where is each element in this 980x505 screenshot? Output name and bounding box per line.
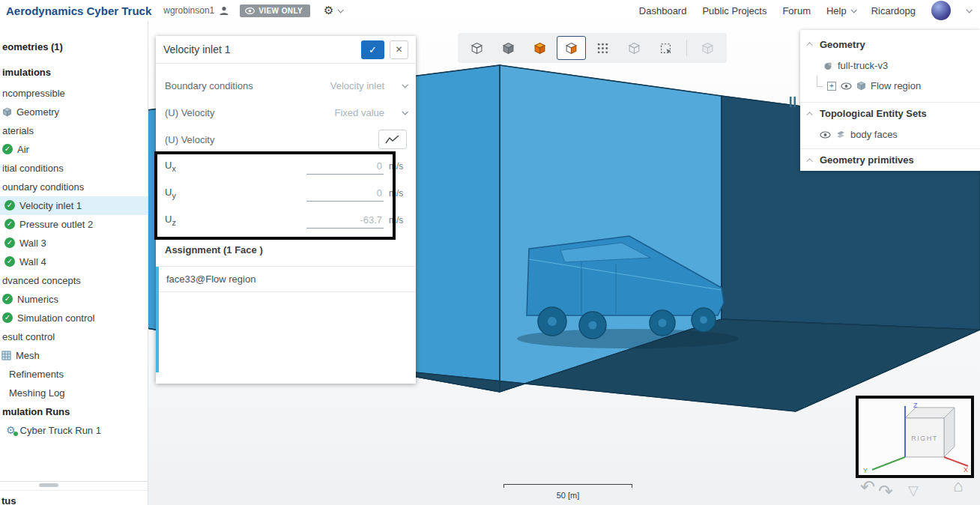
sidebar-item-simulation-runs[interactable]: mulation Runs: [0, 402, 148, 421]
surfaces-cube-icon[interactable]: [525, 36, 554, 60]
account-name[interactable]: Ricardopg: [871, 5, 916, 16]
sidebar-item-numerics[interactable]: ✓ Numerics: [0, 290, 148, 309]
truck-hub-3: [659, 319, 667, 327]
settings-panel: Velocity inlet 1 ✓ ✕ Boundary conditions…: [156, 36, 416, 384]
section-geometry[interactable]: Geometry: [800, 33, 980, 55]
tree-item-full-truck-v3[interactable]: full-truck-v3: [800, 55, 980, 76]
top-nav: Dashboard Public Projects Forum Help Ric…: [639, 1, 980, 20]
sidebar-item-air[interactable]: ✓ Air: [0, 140, 148, 159]
view-only-badge: VIEW ONLY: [240, 4, 310, 17]
sidebar-item-simulations[interactable]: imulations: [0, 63, 148, 82]
annotation-box-view-cube: RIGHT Z Y X: [856, 396, 974, 478]
sidebar-item-wall-3[interactable]: ✓ Wall 3: [0, 234, 148, 252]
velocity-type-label: (U) Velocity: [165, 107, 214, 118]
tree-item-label: body faces: [850, 129, 898, 140]
sidebar-item-velocity-inlet-1[interactable]: ✓ Velocity inlet 1: [0, 196, 148, 215]
nav-dashboard[interactable]: Dashboard: [639, 5, 687, 16]
person-icon: [219, 5, 229, 16]
eye-icon: [245, 7, 255, 14]
uz-unit: m/s: [389, 215, 407, 226]
project-settings-menu[interactable]: ⚙: [324, 4, 342, 17]
z-axis-label: Z: [913, 402, 918, 409]
tree-item-label: Flow region: [871, 80, 921, 91]
sidebar-item-wall-4[interactable]: ✓ Wall 4: [0, 252, 148, 271]
home-icon[interactable]: ⌂: [953, 478, 963, 495]
visibility-eye-icon[interactable]: [841, 82, 852, 90]
section-title: Geometry primitives: [820, 154, 914, 166]
nav-public-projects[interactable]: Public Projects: [702, 5, 766, 16]
section-topological-entity-sets[interactable]: Topological Entity Sets: [800, 102, 980, 124]
ux-input[interactable]: 0: [306, 159, 384, 175]
check-icon: ✓: [4, 219, 15, 229]
geometry-tree-panel: Geometry full-truck-v3 + Flow region Top…: [800, 30, 980, 171]
apply-button[interactable]: ✓: [361, 40, 384, 59]
tree-connector: [817, 76, 823, 87]
nav-help[interactable]: Help: [826, 5, 856, 16]
sidebar-item-refinements[interactable]: Refinements: [0, 365, 148, 384]
expand-icon[interactable]: +: [827, 82, 836, 91]
boundary-type-select[interactable]: Velocity inlet: [330, 80, 407, 91]
check-icon: ✓: [2, 294, 13, 304]
sidebar-item-materials[interactable]: aterials: [0, 121, 148, 140]
close-icon: ✕: [395, 44, 402, 55]
uy-input[interactable]: 0: [306, 186, 384, 202]
flow-region-icon: [856, 81, 866, 91]
sidebar-item-boundary-conditions[interactable]: oundary conditions: [0, 178, 148, 196]
navigation-cube[interactable]: RIGHT Z Y X: [859, 399, 971, 475]
sidebar-item-pressure-outlet-2[interactable]: ✓ Pressure outlet 2: [0, 215, 148, 234]
cube-face-label: RIGHT: [911, 435, 938, 442]
sidebar-item-geometry[interactable]: Geometry: [0, 103, 148, 121]
chart-button[interactable]: [378, 130, 407, 149]
horizontal-scrollbar-thumb[interactable]: [39, 483, 58, 487]
section-geometry-primitives[interactable]: Geometry primitives: [800, 148, 980, 171]
rotate-left-icon[interactable]: ↶: [860, 478, 875, 496]
uz-input[interactable]: -63.7: [306, 213, 384, 229]
sidebar-item-advanced-concepts[interactable]: dvanced concepts: [0, 271, 148, 290]
wireframe-cube-icon[interactable]: [462, 36, 491, 60]
shaded-cube-icon[interactable]: [494, 36, 523, 60]
rotate-right-icon[interactable]: ↷: [878, 483, 893, 501]
sidebar-item-initial-conditions[interactable]: itial conditions: [0, 159, 148, 178]
sidebar-item-meshing-log[interactable]: Meshing Log: [0, 384, 148, 402]
tree-item-flow-region[interactable]: + Flow region: [800, 76, 980, 96]
sidebar-item-cyber-truck-run-1[interactable]: ⚙ Cyber Truck Run 1: [0, 421, 148, 440]
sidebar-item-mesh[interactable]: Mesh: [0, 346, 148, 365]
box-select-icon[interactable]: [651, 36, 680, 60]
check-icon: ✓: [2, 312, 13, 323]
panel-title: Velocity inlet 1: [163, 43, 231, 55]
sidebar-item-result-control[interactable]: esult control: [0, 327, 148, 346]
nav-forum[interactable]: Forum: [782, 5, 811, 16]
chevron-down-icon[interactable]: [966, 7, 972, 13]
sidebar-item-geometries[interactable]: eometries (1): [0, 37, 148, 56]
velocity-type-select[interactable]: Fixed value: [335, 107, 407, 118]
shaded-edges-cube-icon[interactable]: [557, 36, 586, 60]
check-icon: ✓: [369, 44, 377, 55]
check-icon: ✓: [2, 144, 13, 154]
view-only-label: VIEW ONLY: [258, 7, 303, 15]
assignment-face-item[interactable]: face33@Flow region: [156, 267, 416, 292]
status-panel-label[interactable]: tus: [0, 490, 148, 505]
collapse-caret-icon: [806, 42, 812, 48]
check-icon: ✓: [4, 256, 15, 267]
owner-username: wgrobinson1: [163, 5, 214, 16]
visibility-eye-icon[interactable]: [820, 131, 831, 139]
nav-help-label: Help: [826, 5, 847, 16]
y-axis-label: Y: [863, 467, 868, 474]
transparent-cube-icon[interactable]: [620, 36, 649, 60]
vertices-icon[interactable]: [588, 36, 617, 60]
uy-label: Uy: [165, 187, 176, 200]
avatar[interactable]: [931, 1, 951, 20]
tree-item-body-faces[interactable]: body faces: [800, 124, 980, 145]
sidebar-item-simulation-control[interactable]: ✓ Simulation control: [0, 309, 148, 327]
triangle-down-icon[interactable]: ▽: [908, 484, 919, 498]
section-geometry-title: Geometry: [820, 39, 865, 50]
mesh-icon: [1, 351, 11, 360]
line-chart-icon: [385, 134, 400, 145]
chevron-down-icon: [402, 109, 408, 115]
ux-unit: m/s: [389, 161, 407, 172]
close-button[interactable]: ✕: [390, 40, 408, 59]
sidebar-item-incompressible[interactable]: ncompressible: [0, 84, 148, 103]
chevron-down-icon: [850, 7, 856, 13]
scale-bar: [503, 484, 632, 488]
chevron-down-icon: [402, 82, 408, 88]
